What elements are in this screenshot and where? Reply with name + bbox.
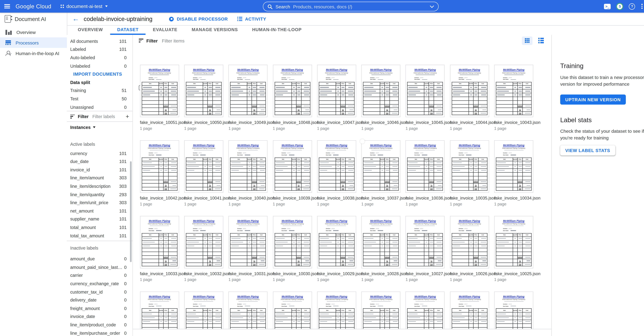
back-arrow-icon[interactable]: ← [72, 15, 79, 22]
tab-evaluate[interactable]: EVALUATE [146, 25, 184, 35]
document-card[interactable]: McWilliam Piping International Piping Co… [406, 65, 445, 131]
document-filename[interactable]: fake_invoice_10029.json [317, 271, 356, 276]
label-filter[interactable]: Filter Filter labels + [67, 111, 132, 122]
document-card[interactable]: McWilliam Piping International Piping Co… [406, 216, 445, 282]
label-row[interactable]: line_item/unit_price303 [67, 198, 132, 207]
tab-dataset[interactable]: DATASET [110, 25, 146, 35]
document-thumbnail[interactable]: McWilliam Piping International Piping Co… [361, 140, 400, 193]
label-row[interactable]: line_item/purchase_order0 [67, 329, 132, 336]
document-filename[interactable]: fake_invoice_10027.json [406, 271, 445, 276]
document-card[interactable]: McWilliam Piping International Piping Co… [317, 140, 356, 206]
tab-human-in-the-loop[interactable]: HUMAN-IN-THE-LOOP [245, 25, 309, 35]
document-card[interactable]: McWilliam Piping International Piping Co… [317, 216, 356, 282]
document-thumbnail[interactable]: McWilliam Piping International Piping Co… [494, 140, 533, 193]
label-row[interactable]: line_item/product_code0 [67, 321, 132, 329]
document-card[interactable]: McWilliam Piping International Piping Co… [494, 140, 534, 206]
document-thumbnail[interactable]: McWilliam Piping International Piping Co… [450, 140, 489, 193]
label-row[interactable]: currency101 [67, 149, 132, 157]
uptrain-new-version-button[interactable]: UPTRAIN NEW VERSION [560, 94, 626, 104]
sidebar-item-hitl[interactable]: ✓ Human-in-the-loop AI [0, 48, 67, 58]
document-filename[interactable]: fake_invoice_10026.json [450, 271, 490, 276]
label-row[interactable]: invoice_id101 [67, 166, 132, 174]
activity-button[interactable]: ACTIVITY [237, 16, 266, 21]
document-thumbnail[interactable]: McWilliam Piping International Piping Co… [184, 140, 223, 193]
document-card[interactable]: McWilliam Piping International Piping Co… [228, 216, 268, 282]
cloud-shell-icon[interactable]: >_ [604, 3, 611, 9]
document-thumbnail[interactable]: McWilliam Piping International Piping Co… [228, 140, 268, 193]
label-row[interactable]: due_date101 [67, 157, 132, 166]
document-card[interactable]: McWilliam Piping International Piping Co… [361, 140, 401, 206]
document-filename[interactable]: fake_invoice_10051.json [140, 120, 180, 125]
sidebar-item-processors[interactable]: Processors [0, 37, 67, 48]
label-row[interactable]: carrier0 [67, 271, 132, 279]
document-filename[interactable]: fake_invoice_10035.json [450, 196, 490, 200]
document-filename[interactable]: fake_invoice_10036.json [406, 196, 445, 200]
document-card[interactable]: McWilliam Piping International Piping Co… [228, 65, 268, 131]
document-card[interactable]: McWilliam Piping International Piping Co… [140, 216, 180, 282]
document-card[interactable]: McWilliam Piping International Piping Co… [184, 65, 224, 131]
document-filename[interactable]: fake_invoice_10047.json [317, 120, 356, 125]
label-row[interactable]: amount_paid_since_last_i...0 [67, 263, 132, 271]
document-filename[interactable]: fake_invoice_10048.json [273, 120, 312, 125]
google-cloud-logo[interactable]: Google Cloud [16, 3, 51, 9]
document-filename[interactable]: fake_invoice_10041.json [184, 196, 224, 200]
document-card[interactable]: McWilliam Piping International Piping Co… [273, 216, 312, 282]
label-row[interactable]: line_item/description303 [67, 182, 132, 190]
label-row[interactable]: customer_tax_id0 [67, 288, 132, 296]
document-card[interactable]: McWilliam Piping International Piping Co… [450, 216, 490, 282]
document-filename[interactable]: fake_invoice_10045.json [406, 120, 445, 125]
document-thumbnail[interactable]: McWilliam Piping International Piping Co… [450, 216, 489, 268]
document-card[interactable]: McWilliam Piping International Piping Co… [317, 65, 356, 131]
document-filename[interactable]: fake_invoice_10032.json [184, 271, 224, 276]
document-thumbnail[interactable]: McWilliam Piping International Piping Co… [273, 65, 312, 117]
label-row[interactable]: total_amount101 [67, 223, 132, 231]
document-thumbnail[interactable]: McWilliam Piping International Piping Co… [140, 65, 179, 117]
search-expand-icon[interactable] [430, 5, 434, 8]
previous-page-button[interactable]: ‹ [530, 335, 532, 336]
list-view-button[interactable] [536, 36, 546, 45]
document-thumbnail[interactable]: McWilliam Piping International Piping Co… [494, 65, 533, 117]
document-thumbnail[interactable]: McWilliam Piping International Piping Co… [406, 65, 445, 117]
document-card[interactable]: McWilliam Piping International Piping Co… [140, 65, 180, 131]
document-thumbnail[interactable]: McWilliam Piping International Piping Co… [317, 140, 356, 193]
document-filename[interactable]: fake_invoice_10050.json [184, 120, 224, 125]
document-thumbnail[interactable]: McWilliam Piping International Piping Co… [494, 216, 533, 268]
document-thumbnail[interactable]: McWilliam Piping International Piping Co… [273, 216, 312, 268]
document-card[interactable]: McWilliam Piping International Piping Co… [140, 140, 180, 206]
document-card[interactable]: McWilliam Piping International Piping Co… [273, 65, 312, 131]
label-row[interactable]: supplier_name101 [67, 215, 132, 223]
document-filename[interactable]: fake_invoice_10025.json [494, 271, 534, 276]
document-thumbnail[interactable]: McWilliam Piping International Piping Co… [140, 216, 179, 268]
items-filter[interactable]: Filter Filter items [133, 35, 552, 46]
label-row[interactable]: Unassigned0 [67, 103, 132, 111]
search-input[interactable]: Search Products, resources, docs (/) [263, 2, 439, 11]
instances-dropdown[interactable]: Instances [67, 122, 132, 133]
label-row[interactable]: freight_amount0 [67, 304, 132, 312]
document-filename[interactable]: fake_invoice_10030.json [273, 271, 312, 276]
document-filename[interactable]: fake_invoice_10038.json [317, 196, 356, 200]
document-thumbnail[interactable]: McWilliam Piping International Piping Co… [273, 140, 312, 193]
disable-processor-button[interactable]: DISABLE PROCESSOR [169, 16, 228, 21]
document-card[interactable]: McWilliam Piping International Piping Co… [184, 216, 224, 282]
scrollbar-thumb[interactable] [130, 161, 132, 262]
label-row[interactable]: amount_due0 [67, 255, 132, 263]
document-card[interactable]: McWilliam Piping International Piping Co… [450, 140, 490, 206]
document-filename[interactable]: fake_invoice_10043.json [494, 120, 534, 125]
document-card[interactable]: McWilliam Piping International Piping Co… [361, 65, 401, 131]
view-label-stats-button[interactable]: VIEW LABEL STATS [560, 145, 615, 155]
sidebar-item-overview[interactable]: Overview [0, 27, 67, 37]
label-row[interactable]: currency_exchange_rate0 [67, 279, 132, 288]
help-icon[interactable]: ? [629, 3, 635, 9]
document-filename[interactable]: fake_invoice_10042.json [140, 196, 180, 200]
label-row[interactable]: Unlabeled0 [67, 62, 132, 70]
next-page-button[interactable]: › [542, 335, 544, 336]
document-filename[interactable]: fake_invoice_10037.json [361, 196, 401, 200]
document-card[interactable]: McWilliam Piping International Piping Co… [228, 140, 268, 206]
document-card[interactable]: McWilliam Piping International Piping Co… [494, 65, 534, 131]
add-label-button[interactable]: + [126, 114, 129, 119]
tab-manage-versions[interactable]: MANAGE VERSIONS [184, 25, 245, 35]
label-row[interactable]: All documents101 [67, 37, 132, 45]
document-card[interactable]: McWilliam Piping International Piping Co… [361, 216, 401, 282]
label-row[interactable]: net_amount101 [67, 207, 132, 215]
label-row[interactable]: Auto-labeled0 [67, 53, 132, 62]
